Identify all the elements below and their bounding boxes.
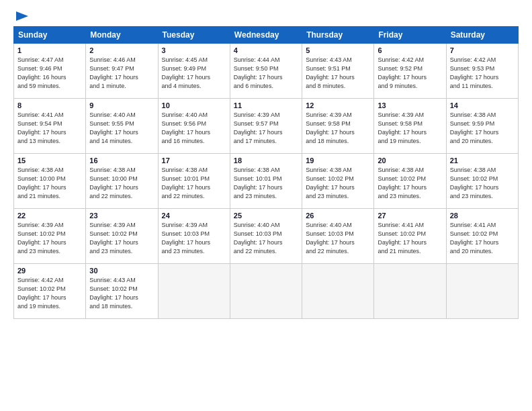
- day-number: 28: [450, 212, 515, 220]
- calendar-day-cell: 25Sunrise: 4:40 AMSunset: 10:03 PMDaylig…: [230, 209, 302, 264]
- day-info: Sunrise: 4:40 AMSunset: 9:55 PMDaylight:…: [89, 111, 154, 146]
- calendar-day-cell: 27Sunrise: 4:41 AMSunset: 10:02 PMDaylig…: [374, 209, 446, 264]
- day-info: Sunrise: 4:45 AMSunset: 9:49 PMDaylight:…: [162, 56, 226, 91]
- day-number: 26: [306, 212, 370, 220]
- calendar-day-cell: [230, 264, 302, 319]
- calendar-week-row: 8Sunrise: 4:41 AMSunset: 9:54 PMDaylight…: [14, 99, 519, 154]
- calendar-header-cell: Sunday: [14, 27, 86, 44]
- day-info: Sunrise: 4:39 AMSunset: 9:58 PMDaylight:…: [378, 111, 442, 146]
- calendar-header-cell: Saturday: [446, 27, 518, 44]
- calendar-day-cell: 18Sunrise: 4:38 AMSunset: 10:01 PMDaylig…: [230, 154, 302, 209]
- calendar-day-cell: 14Sunrise: 4:38 AMSunset: 9:59 PMDayligh…: [446, 99, 518, 154]
- day-info: Sunrise: 4:41 AMSunset: 9:54 PMDaylight:…: [17, 111, 82, 146]
- day-number: 10: [162, 101, 226, 109]
- day-number: 19: [306, 156, 370, 165]
- day-info: Sunrise: 4:43 AMSunset: 10:02 PMDaylight…: [89, 276, 154, 311]
- day-info: Sunrise: 4:42 AMSunset: 9:52 PMDaylight:…: [378, 56, 442, 91]
- calendar-day-cell: 15Sunrise: 4:38 AMSunset: 10:00 PMDaylig…: [14, 154, 86, 209]
- calendar-day-cell: 23Sunrise: 4:39 AMSunset: 10:02 PMDaylig…: [86, 209, 158, 264]
- day-number: 7: [450, 46, 515, 54]
- calendar-day-cell: 8Sunrise: 4:41 AMSunset: 9:54 PMDaylight…: [14, 99, 86, 154]
- day-number: 12: [306, 101, 370, 109]
- day-number: 16: [89, 156, 154, 165]
- day-number: 6: [378, 46, 442, 54]
- day-info: Sunrise: 4:41 AMSunset: 10:02 PMDaylight…: [450, 221, 515, 256]
- day-info: Sunrise: 4:38 AMSunset: 10:00 PMDaylight…: [17, 166, 82, 201]
- calendar-header-cell: Thursday: [302, 27, 374, 44]
- day-number: 22: [17, 212, 82, 220]
- day-number: 25: [234, 212, 298, 220]
- day-info: Sunrise: 4:43 AMSunset: 9:51 PMDaylight:…: [306, 56, 370, 91]
- calendar-day-cell: [374, 264, 446, 319]
- day-number: 14: [450, 101, 515, 109]
- calendar-day-cell: 20Sunrise: 4:38 AMSunset: 10:02 PMDaylig…: [374, 154, 446, 209]
- svg-marker-0: [16, 11, 28, 21]
- day-number: 23: [89, 212, 154, 220]
- day-info: Sunrise: 4:40 AMSunset: 10:03 PMDaylight…: [306, 221, 370, 256]
- calendar-day-cell: 4Sunrise: 4:44 AMSunset: 9:50 PMDaylight…: [230, 44, 302, 99]
- calendar-day-cell: [158, 264, 230, 319]
- header: [13, 10, 519, 19]
- day-number: 30: [89, 267, 154, 275]
- calendar-week-row: 29Sunrise: 4:42 AMSunset: 10:02 PMDaylig…: [14, 264, 519, 319]
- calendar-day-cell: 28Sunrise: 4:41 AMSunset: 10:02 PMDaylig…: [446, 209, 518, 264]
- day-number: 21: [450, 156, 515, 165]
- day-info: Sunrise: 4:39 AMSunset: 9:58 PMDaylight:…: [306, 111, 370, 146]
- calendar-day-cell: 13Sunrise: 4:39 AMSunset: 9:58 PMDayligh…: [374, 99, 446, 154]
- day-number: 4: [234, 46, 298, 54]
- day-info: Sunrise: 4:39 AMSunset: 9:57 PMDaylight:…: [234, 111, 298, 146]
- calendar-day-cell: 2Sunrise: 4:46 AMSunset: 9:47 PMDaylight…: [86, 44, 158, 99]
- day-number: 9: [89, 101, 154, 109]
- day-number: 17: [162, 156, 226, 165]
- day-info: Sunrise: 4:38 AMSunset: 10:01 PMDaylight…: [162, 166, 226, 201]
- calendar-day-cell: 1Sunrise: 4:47 AMSunset: 9:46 PMDaylight…: [14, 44, 86, 99]
- day-info: Sunrise: 4:38 AMSunset: 10:01 PMDaylight…: [234, 166, 298, 201]
- calendar-header-row: SundayMondayTuesdayWednesdayThursdayFrid…: [14, 27, 519, 44]
- calendar-day-cell: 19Sunrise: 4:38 AMSunset: 10:02 PMDaylig…: [302, 154, 374, 209]
- logo: [13, 10, 30, 19]
- day-info: Sunrise: 4:38 AMSunset: 10:02 PMDaylight…: [378, 166, 442, 201]
- day-number: 29: [17, 267, 82, 275]
- page: SundayMondayTuesdayWednesdayThursdayFrid…: [0, 0, 532, 411]
- day-info: Sunrise: 4:38 AMSunset: 10:02 PMDaylight…: [450, 166, 515, 201]
- day-info: Sunrise: 4:39 AMSunset: 10:03 PMDaylight…: [162, 221, 226, 256]
- calendar-day-cell: [446, 264, 518, 319]
- day-number: 13: [378, 101, 442, 109]
- day-number: 11: [234, 101, 298, 109]
- calendar-day-cell: 10Sunrise: 4:40 AMSunset: 9:56 PMDayligh…: [158, 99, 230, 154]
- calendar-day-cell: 24Sunrise: 4:39 AMSunset: 10:03 PMDaylig…: [158, 209, 230, 264]
- calendar-day-cell: 17Sunrise: 4:38 AMSunset: 10:01 PMDaylig…: [158, 154, 230, 209]
- calendar-day-cell: 21Sunrise: 4:38 AMSunset: 10:02 PMDaylig…: [446, 154, 518, 209]
- day-info: Sunrise: 4:38 AMSunset: 10:00 PMDaylight…: [89, 166, 154, 201]
- calendar-week-row: 22Sunrise: 4:39 AMSunset: 10:02 PMDaylig…: [14, 209, 519, 264]
- day-number: 5: [306, 46, 370, 54]
- calendar-table: SundayMondayTuesdayWednesdayThursdayFrid…: [13, 26, 519, 319]
- calendar-day-cell: 12Sunrise: 4:39 AMSunset: 9:58 PMDayligh…: [302, 99, 374, 154]
- calendar-day-cell: 22Sunrise: 4:39 AMSunset: 10:02 PMDaylig…: [14, 209, 86, 264]
- calendar-body: 1Sunrise: 4:47 AMSunset: 9:46 PMDaylight…: [14, 44, 519, 319]
- calendar-header-cell: Friday: [374, 27, 446, 44]
- calendar-week-row: 1Sunrise: 4:47 AMSunset: 9:46 PMDaylight…: [14, 44, 519, 99]
- calendar-day-cell: 6Sunrise: 4:42 AMSunset: 9:52 PMDaylight…: [374, 44, 446, 99]
- day-info: Sunrise: 4:46 AMSunset: 9:47 PMDaylight:…: [89, 56, 154, 91]
- calendar-day-cell: 30Sunrise: 4:43 AMSunset: 10:02 PMDaylig…: [86, 264, 158, 319]
- calendar-day-cell: 16Sunrise: 4:38 AMSunset: 10:00 PMDaylig…: [86, 154, 158, 209]
- day-info: Sunrise: 4:42 AMSunset: 10:02 PMDaylight…: [17, 276, 82, 311]
- day-info: Sunrise: 4:39 AMSunset: 10:02 PMDaylight…: [17, 221, 82, 256]
- day-info: Sunrise: 4:41 AMSunset: 10:02 PMDaylight…: [378, 221, 442, 256]
- calendar-day-cell: 26Sunrise: 4:40 AMSunset: 10:03 PMDaylig…: [302, 209, 374, 264]
- day-number: 8: [17, 101, 82, 109]
- logo-flag-icon: [15, 10, 30, 22]
- calendar-header-cell: Monday: [86, 27, 158, 44]
- day-number: 18: [234, 156, 298, 165]
- calendar-header-cell: Wednesday: [230, 27, 302, 44]
- day-number: 3: [162, 46, 226, 54]
- calendar-day-cell: [302, 264, 374, 319]
- day-info: Sunrise: 4:38 AMSunset: 10:02 PMDaylight…: [306, 166, 370, 201]
- calendar-day-cell: 3Sunrise: 4:45 AMSunset: 9:49 PMDaylight…: [158, 44, 230, 99]
- calendar-day-cell: 7Sunrise: 4:42 AMSunset: 9:53 PMDaylight…: [446, 44, 518, 99]
- day-info: Sunrise: 4:38 AMSunset: 9:59 PMDaylight:…: [450, 111, 515, 146]
- day-info: Sunrise: 4:42 AMSunset: 9:53 PMDaylight:…: [450, 56, 515, 91]
- day-info: Sunrise: 4:44 AMSunset: 9:50 PMDaylight:…: [234, 56, 298, 91]
- day-info: Sunrise: 4:47 AMSunset: 9:46 PMDaylight:…: [17, 56, 82, 91]
